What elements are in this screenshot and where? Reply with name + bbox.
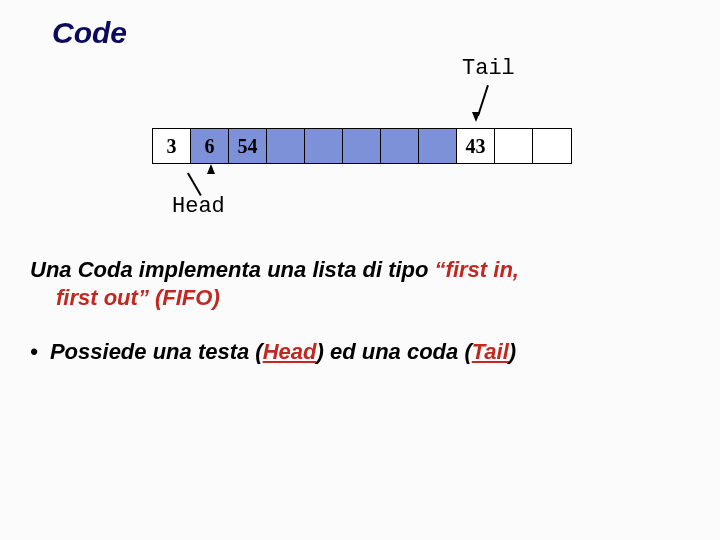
p2-text-e: ) bbox=[509, 339, 516, 364]
array-cell-8: 43 bbox=[457, 129, 495, 163]
page-title: Code bbox=[52, 16, 127, 50]
paragraph-1: Una Coda implementa una lista di tipo “f… bbox=[30, 256, 690, 311]
queue-array: 365443 bbox=[152, 128, 572, 164]
array-cell-4 bbox=[305, 129, 343, 163]
p2-head-term: Head bbox=[263, 339, 317, 364]
p2-text-c: ) ed una coda ( bbox=[316, 339, 471, 364]
tail-label: Tail bbox=[462, 56, 515, 81]
p1-emphasis-2: first out” (FIFO) bbox=[56, 285, 220, 310]
array-cell-5 bbox=[343, 129, 381, 163]
array-cell-7 bbox=[419, 129, 457, 163]
array-cell-9 bbox=[495, 129, 533, 163]
array-cell-2: 54 bbox=[229, 129, 267, 163]
head-arrow-head-icon bbox=[207, 164, 215, 174]
p1-emphasis-1: “first in, bbox=[435, 257, 519, 282]
array-cell-10 bbox=[533, 129, 571, 163]
paragraph-2: • Possiede una testa (Head) ed una coda … bbox=[30, 338, 690, 366]
p1-text-a: Una Coda implementa una lista di tipo bbox=[30, 257, 435, 282]
tail-arrow-head-icon bbox=[472, 112, 480, 122]
p2-tail-term: Tail bbox=[472, 339, 509, 364]
head-label: Head bbox=[172, 194, 225, 219]
array-cell-0: 3 bbox=[153, 129, 191, 163]
array-cell-3 bbox=[267, 129, 305, 163]
head-arrow-line bbox=[187, 172, 202, 196]
p2-text-a: Possiede una testa ( bbox=[50, 339, 263, 364]
array-cell-6 bbox=[381, 129, 419, 163]
array-cell-1: 6 bbox=[191, 129, 229, 163]
